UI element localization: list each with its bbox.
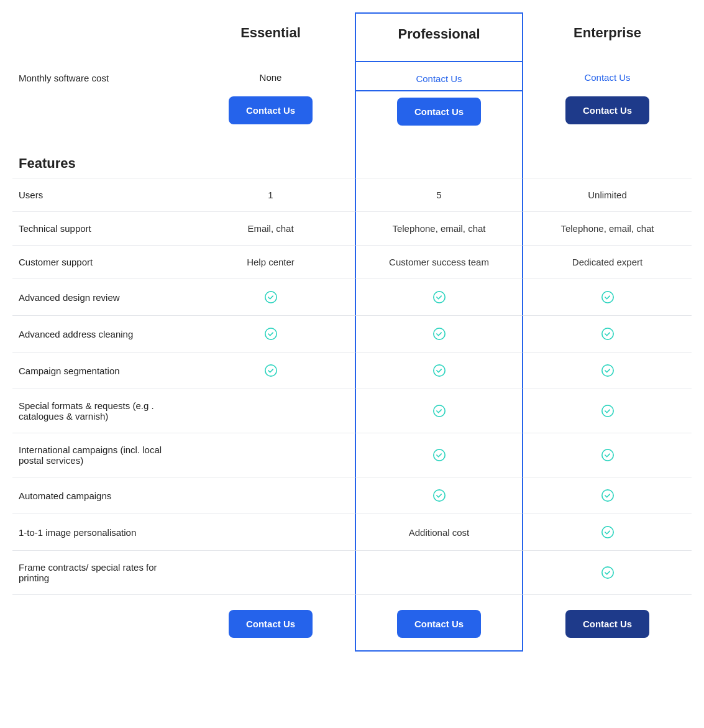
essential-cost: None [186, 61, 355, 90]
enterprise-feature-value: Telephone, email, chat [523, 212, 692, 246]
essential-feature-value [186, 514, 355, 551]
feature-label: Advanced design review [12, 279, 186, 316]
svg-point-1 [433, 292, 444, 303]
svg-point-5 [601, 328, 613, 339]
professional-feature-value [355, 279, 523, 316]
bottom-btn-cell-essential: Contact Us [186, 594, 355, 652]
essential-top-btn-wrap: Contact Us [186, 90, 355, 138]
essential-feature-value: Help center [186, 246, 355, 279]
enterprise-contact-btn-top[interactable]: Contact Us [565, 96, 649, 124]
features-heading-blank-essential [186, 138, 355, 178]
check-icon [264, 290, 278, 304]
svg-point-16 [601, 567, 613, 578]
bottom-btn-cell-enterprise: Contact Us [523, 594, 692, 652]
feature-label: Technical support [12, 212, 186, 246]
enterprise-feature-value [523, 551, 692, 594]
pricing-grid: Essential Professional Enterprise Monthl… [12, 12, 692, 178]
features-grid: Users15UnlimitedTechnical supportEmail, … [12, 178, 692, 652]
check-icon [601, 566, 615, 579]
svg-point-6 [265, 365, 276, 376]
enterprise-feature-value [523, 514, 692, 551]
feature-label: Customer support [12, 246, 186, 279]
essential-feature-value [186, 316, 355, 352]
check-icon [601, 404, 615, 418]
check-icon [264, 327, 278, 341]
essential-feature-value [186, 551, 355, 594]
bottom-btn-cell-label [12, 594, 186, 652]
check-icon [601, 290, 615, 304]
professional-feature-value: Additional cost [355, 514, 523, 551]
feature-label: Advanced address cleaning [12, 316, 186, 352]
check-icon [601, 327, 615, 341]
essential-contact-btn-bottom[interactable]: Contact Us [229, 610, 313, 638]
svg-point-3 [265, 328, 276, 339]
professional-cost-cell: Contact Us [355, 61, 523, 90]
enterprise-feature-value: Unlimited [523, 178, 692, 212]
header-essential: Essential [186, 12, 355, 61]
svg-point-12 [601, 449, 613, 461]
essential-feature-value [186, 279, 355, 316]
features-heading-blank-professional [355, 138, 523, 178]
feature-label: International campaigns (incl. local pos… [12, 433, 186, 477]
features-heading: Features [12, 138, 186, 178]
professional-feature-value: 5 [355, 178, 523, 212]
header-feature-col [12, 12, 186, 61]
svg-point-7 [433, 365, 444, 376]
features-heading-blank-enterprise [523, 138, 692, 178]
essential-feature-value [186, 433, 355, 477]
professional-contact-btn-bottom[interactable]: Contact Us [397, 610, 481, 638]
feature-label: Campaign segmentation [12, 352, 186, 389]
check-icon [432, 327, 446, 341]
monthly-cost-label: Monthly software cost [12, 61, 186, 90]
professional-feature-value: Telephone, email, chat [355, 212, 523, 246]
check-icon [432, 404, 446, 418]
enterprise-contact-btn-bottom[interactable]: Contact Us [565, 610, 649, 638]
essential-feature-value [186, 389, 355, 433]
professional-contact-btn-top[interactable]: Contact Us [397, 98, 481, 126]
essential-btn-cell-top [12, 90, 186, 138]
enterprise-feature-value [523, 279, 692, 316]
check-icon [601, 489, 615, 502]
professional-cost-link[interactable]: Contact Us [416, 73, 462, 84]
svg-point-15 [601, 527, 613, 538]
enterprise-cost-link[interactable]: Contact Us [584, 72, 630, 83]
svg-point-2 [601, 292, 613, 303]
enterprise-top-btn-wrap: Contact Us [523, 90, 692, 138]
professional-feature-value: Customer success team [355, 246, 523, 279]
essential-feature-value [186, 477, 355, 514]
check-icon [601, 364, 615, 377]
check-icon [601, 448, 615, 462]
check-icon [432, 290, 446, 304]
pricing-table: Essential Professional Enterprise Monthl… [0, 0, 704, 728]
svg-point-11 [433, 449, 444, 461]
enterprise-feature-value [523, 316, 692, 352]
bottom-btn-cell-professional: Contact Us [355, 594, 523, 652]
feature-label: Frame contracts/ special rates for print… [12, 551, 186, 594]
essential-feature-value [186, 352, 355, 389]
enterprise-feature-value [523, 389, 692, 433]
svg-point-4 [433, 328, 444, 339]
feature-label: Special formats & requests (e.g . catalo… [12, 389, 186, 433]
check-icon [432, 489, 446, 502]
essential-contact-btn-top[interactable]: Contact Us [229, 96, 313, 124]
professional-top-btn-wrap: Contact Us [355, 90, 523, 138]
svg-point-14 [601, 490, 613, 501]
professional-feature-value [355, 551, 523, 594]
feature-label: Automated campaigns [12, 477, 186, 514]
professional-feature-value [355, 389, 523, 433]
essential-feature-value: Email, chat [186, 212, 355, 246]
professional-feature-value [355, 352, 523, 389]
header-professional: Professional [355, 12, 523, 61]
feature-label: Users [12, 178, 186, 212]
essential-feature-value: 1 [186, 178, 355, 212]
header-enterprise: Enterprise [523, 12, 692, 61]
check-icon [432, 448, 446, 462]
enterprise-feature-value [523, 477, 692, 514]
feature-label: 1-to-1 image personalisation [12, 514, 186, 551]
professional-feature-value [355, 433, 523, 477]
svg-point-9 [433, 405, 444, 417]
professional-feature-value [355, 477, 523, 514]
enterprise-feature-value [523, 352, 692, 389]
professional-feature-value [355, 316, 523, 352]
svg-point-13 [433, 490, 444, 501]
